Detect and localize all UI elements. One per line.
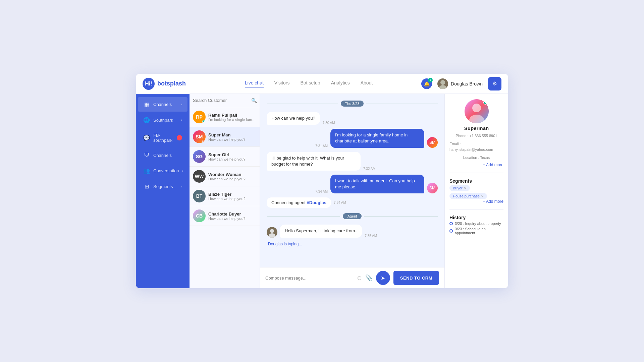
segment-buyer-close[interactable]: ✕ xyxy=(464,186,467,190)
segment-house-close[interactable]: ✕ xyxy=(481,194,484,198)
sidebar-item-channels[interactable]: ▦ Channels › xyxy=(138,97,187,112)
agent-divider-line-right xyxy=(364,216,438,217)
message-bubble-6: Hello Superman, I'll taking care from.. xyxy=(280,225,362,237)
avatar-ramu: RP xyxy=(193,111,206,123)
segment-tag-house[interactable]: House purchase ✕ xyxy=(449,193,487,199)
fb-icon: 💬 xyxy=(143,135,150,141)
avatar-superman: SM xyxy=(193,130,206,143)
chat-preview-ramu: I'm looking for a single family home in … xyxy=(208,118,256,122)
sidebar-channels2-label: Channels xyxy=(153,153,182,158)
chat-name-wonderwoman: Wonder Woman xyxy=(208,172,256,177)
divider-line-left xyxy=(267,104,338,104)
profile-add-more[interactable]: + Add more xyxy=(449,163,503,167)
nav-bot-setup[interactable]: Bot setup xyxy=(300,80,320,87)
sidebar-channels-label: Channels xyxy=(153,102,178,107)
panel-divider-2 xyxy=(449,209,503,209)
segments-section: Segments Buyer ✕ House purchase ✕ + Add … xyxy=(449,178,503,204)
user-area[interactable]: Douglas Brown xyxy=(437,78,483,89)
right-panel: Superman Phone : +1 336 555 8901 Email :… xyxy=(444,94,508,288)
chat-item-blazetiger[interactable]: BT Blaze Tiger How can we help you? xyxy=(190,186,260,206)
emoji-icon[interactable]: ☺ xyxy=(356,275,362,282)
segment-buyer-label: Buyer xyxy=(453,186,463,190)
segments-area: Buyer ✕ House purchase ✕ xyxy=(449,185,503,199)
world-icon: 🌐 xyxy=(143,117,150,123)
channels-icon: ▦ xyxy=(143,101,150,108)
chat-info-supergirl: Super Girl How can we help you? xyxy=(208,152,256,161)
message-time-3: 7:32 AM xyxy=(363,167,376,171)
sidebar-item-fb[interactable]: 💬 FB-southpark xyxy=(138,129,187,147)
online-indicator xyxy=(202,120,205,123)
message-time-1: 7:30 AM xyxy=(323,121,335,125)
chat-item-superman[interactable]: SM Super Man How can we help you? xyxy=(190,127,260,147)
send-to-crm-button[interactable]: SEND TO CRM xyxy=(393,271,439,285)
divider-line-right xyxy=(366,104,438,104)
settings-button[interactable]: ⚙ xyxy=(488,77,501,90)
chat-name-supergirl: Super Girl xyxy=(208,152,256,157)
history-dot-2 xyxy=(449,229,453,233)
chat-messages: Thu 3/23 How can we help you? 7:30 AM 7:… xyxy=(260,94,444,267)
sidebar-conversation-label: Conversation xyxy=(153,168,179,173)
svg-point-5 xyxy=(472,104,481,112)
avatar-wonderwoman: WW xyxy=(193,170,206,183)
chat-preview-wonderwoman: How can we help you? xyxy=(208,177,256,181)
sidebar-item-conversation[interactable]: 👥 Conversation › xyxy=(138,164,187,178)
message-avatar-2: SM xyxy=(427,137,438,148)
chevron-icon: › xyxy=(181,185,182,188)
nav-live-chat[interactable]: Live chat xyxy=(245,80,264,87)
segment-tag-buyer[interactable]: Buyer ✕ xyxy=(449,185,470,191)
nav-visitors[interactable]: Visitors xyxy=(274,80,290,87)
user-name: Douglas Brown xyxy=(451,81,483,86)
nav-about[interactable]: About xyxy=(361,80,373,87)
chat-preview-charlotte: How can we help you? xyxy=(208,217,256,221)
segments-add-more[interactable]: + Add more xyxy=(449,199,503,204)
nav-right: 🔔 1 Douglas Brown ⚙ xyxy=(421,77,501,90)
chat-item-supergirl[interactable]: SG Super Girl How can we help you? xyxy=(190,147,260,167)
svg-point-0 xyxy=(440,80,445,85)
chat-item-wonderwoman[interactable]: WW Wonder Woman How can we help you? xyxy=(190,167,260,186)
profile-section: Superman Phone : +1 336 555 8901 Email :… xyxy=(449,99,503,167)
search-input[interactable] xyxy=(193,98,249,103)
message-row-2: 7:31 AM I'm looking for a single family … xyxy=(267,129,438,147)
chat-preview-supergirl: How can we help you? xyxy=(208,157,256,161)
chat-input-area: ☺ 📎 ➤ SEND TO CRM xyxy=(260,267,444,288)
avatar-blazetiger: BT xyxy=(193,190,206,202)
sidebar-item-southpark[interactable]: 🌐 Southpark › xyxy=(138,113,187,127)
chevron-icon: › xyxy=(181,103,182,106)
profile-online-dot xyxy=(483,101,487,105)
chat-name-ramu: Ramu Pulipali xyxy=(208,113,256,118)
agent-divider: Agent xyxy=(267,213,438,219)
attachment-icon[interactable]: 📎 xyxy=(365,274,373,282)
message-bubble-3: I'll be glad to help with it. What is yo… xyxy=(267,152,361,171)
send-button[interactable]: ➤ xyxy=(376,271,390,285)
nav-links: Live chat Visitors Bot setup Analytics A… xyxy=(196,80,421,87)
notification-button[interactable]: 🔔 1 xyxy=(421,78,432,89)
svg-point-1 xyxy=(439,85,446,89)
history-item-1: 3/20 : Inquiry about property xyxy=(449,222,503,226)
search-icon[interactable]: 🔍 xyxy=(251,98,257,103)
chat-info-ramu: Ramu Pulipali I'm looking for a single f… xyxy=(208,113,256,122)
topnav: Hi! botsplash Live chat Visitors Bot set… xyxy=(136,74,508,94)
chat-item-ramu[interactable]: RP Ramu Pulipali I'm looking for a singl… xyxy=(190,107,260,127)
sidebar-item-channels2[interactable]: 🗨 Channels xyxy=(138,148,187,162)
profile-email: Email : harry.istapain@yahoo.com xyxy=(449,141,503,153)
date-divider: Thu 3/23 xyxy=(267,101,438,107)
compose-input[interactable] xyxy=(265,276,353,281)
avatar-charlotte: CB xyxy=(193,209,206,222)
message-row-6: Hello Superman, I'll taking care from.. … xyxy=(267,225,438,237)
history-section: History 3/20 : Inquiry about property 3/… xyxy=(449,215,503,236)
sidebar: ▦ Channels › 🌐 Southpark › 💬 FB-southpar… xyxy=(136,94,190,288)
chat-window: Thu 3/23 How can we help you? 7:30 AM 7:… xyxy=(260,94,444,288)
segments-icon: ⊞ xyxy=(143,183,150,190)
main-content: ▦ Channels › 🌐 Southpark › 💬 FB-southpar… xyxy=(136,94,508,288)
message-row-4: 7:34 AM I want to talk with an agent. Ca… xyxy=(267,175,438,193)
nav-analytics[interactable]: Analytics xyxy=(331,80,350,87)
profile-phone: Phone : +1 336 555 8901 xyxy=(456,133,497,139)
chat-name-superman: Super Man xyxy=(208,132,256,137)
message-time-2: 7:31 AM xyxy=(315,144,328,148)
history-item-2: 3/23 : Schedule an appointment xyxy=(449,227,503,235)
segments-title: Segments xyxy=(449,178,503,184)
sidebar-item-segments[interactable]: ⊞ Segments › xyxy=(138,179,187,194)
chat-item-charlotte[interactable]: CB Charlotte Buyer How can we help you? xyxy=(190,206,260,226)
input-icons: ☺ 📎 xyxy=(356,274,372,282)
chevron-icon: › xyxy=(181,118,182,122)
